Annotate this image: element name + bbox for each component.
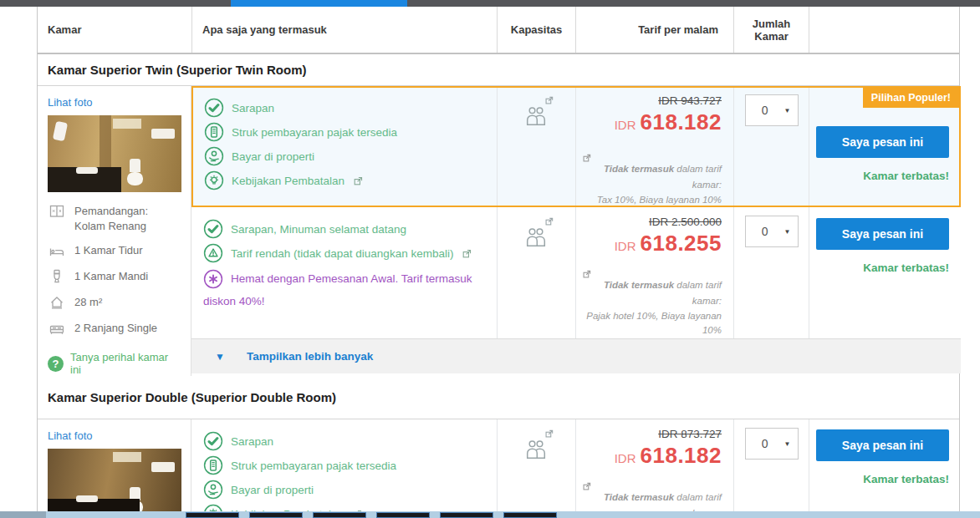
photo-shape [76,167,98,174]
two-guests-icon [523,105,549,126]
room-photo-thumbnail[interactable] [48,449,181,514]
taskbar-button[interactable] [440,512,493,518]
section-superior-twin: Lihat foto Pemandanga [38,86,959,376]
price-note-rest: dalam tarif kamar: [674,280,722,306]
column-header-actions [809,7,961,53]
amenity-label: Struk pembayaran pajak tersedia [232,126,397,139]
check-icon [203,219,223,239]
external-link-icon[interactable] [583,270,722,278]
room-info-cell: Lihat foto Pemandanga [38,86,191,376]
warning-icon [203,243,223,263]
amenity-label: Sarapan [231,435,273,448]
taskbar-button[interactable] [376,512,430,518]
view-photo-link[interactable]: Lihat foto [48,429,181,442]
amenities-cell: Sarapan Struk pembayaran pajak tersedia [191,86,497,207]
room-size-icon [48,293,66,312]
offer-row: Sarapan Struk pembayaran pajak tersedia [191,419,959,514]
price-value: 618.182 [641,443,722,468]
question-icon: ? [48,356,64,372]
room-photo-thumbnail[interactable] [48,115,181,192]
column-header-included: Apa saja yang termasuk [191,7,497,53]
scarcity-label: Kamar terbatas! [816,473,949,485]
quantity-select[interactable]: 0 ▼ [745,94,799,126]
external-link-icon[interactable] [583,482,722,490]
bathroom-icon [48,267,66,286]
receipt-icon [203,455,223,475]
external-link-icon [545,96,554,104]
ask-about-room-label: Tanya perihal kamar ini [70,351,181,376]
currency-label: IDR [615,118,636,132]
taskbar-button[interactable] [503,512,557,518]
amenity-cancellation-policy[interactable]: Kebijakan Pembatalan [204,170,487,190]
photo-shape [127,172,143,185]
room-detail-beds: 2 Ranjang Single [48,319,181,338]
capacity-cell[interactable] [497,419,575,514]
amenity-label: Sarapan [232,102,274,114]
amenity-early-bird: Hemat dengan Pemesanan Awal. Tarif terma… [203,267,487,312]
amenity-label: Sarapan, Minuman selamat datang [231,223,406,236]
amenity-nonrefundable[interactable]: Tarif rendah (tidak dapat diuangkan kemb… [203,243,487,263]
amenity-breakfast-drink: Sarapan, Minuman selamat datang [203,219,487,239]
capacity-icon [523,219,550,247]
section-title-superior-twin: Kamar Superior Twin (Superior Twin Room) [38,54,959,86]
column-header-kamar: Kamar [38,7,191,53]
discounted-price: IDR618.255 [583,231,722,256]
amenity-label: Tarif rendah (tidak dapat diuangkan kemb… [231,247,453,260]
taskbar-corner [0,511,46,518]
amenity-breakfast: Sarapan [204,98,487,118]
capacity-cell[interactable] [497,86,575,207]
action-cell: Saya pesan ini Kamar terbatas! [809,419,959,514]
room-detail-view: Pemandangan: Kolam Renang [48,202,181,234]
pay-at-property-icon [204,146,224,166]
amenity-pay-at-property: Bayar di properti [203,480,487,500]
taskbar-button[interactable] [313,512,366,518]
taskbar-button[interactable] [186,512,239,518]
price-note-bold: Tidak termasuk [604,164,674,174]
chevron-down-icon: ▼ [784,228,791,236]
book-button[interactable]: Saya pesan ini [816,218,949,250]
quantity-cell: 0 ▼ [733,419,809,514]
quantity-select[interactable]: 0 ▼ [745,216,799,247]
capacity-cell[interactable] [497,207,575,338]
taskbar-button[interactable] [249,512,303,518]
external-link-icon [545,429,554,438]
external-link-icon [354,176,363,185]
booking-page: Kamar Apa saja yang termasuk Kapasitas T… [0,0,980,518]
room-detail-size: 28 m² [48,293,181,312]
price-cell: IDR 873.727 IDR618.182 Tidak termasuk da… [575,419,733,514]
capacity-icon [523,431,550,460]
taskbar-edge [0,511,980,518]
view-photo-link[interactable]: Lihat foto [48,96,181,109]
book-button[interactable]: Saya pesan ini [816,126,949,158]
offers-pane: Pilihan Populer! Sarapan St [191,86,961,376]
discounted-price: IDR618.182 [583,109,722,135]
photo-shape [76,495,98,502]
two-guests-icon [523,439,549,460]
external-link-icon[interactable] [583,154,722,162]
column-header-quantity: Jumlah Kamar [733,7,809,53]
price-note-rest: dalam tarif kamar: [674,164,722,190]
quantity-cell: 0 ▼ [733,207,809,338]
amenity-tax-receipt: Struk pembayaran pajak tersedia [204,122,487,142]
amenity-breakfast: Sarapan [203,431,487,451]
room-detail-text: 1 Kamar Tidur [74,241,143,258]
offer-row-popular: Pilihan Populer! Sarapan St [191,86,961,207]
quantity-select[interactable]: 0 ▼ [745,428,799,460]
quantity-value: 0 [746,437,784,450]
show-more-row[interactable]: ▼ Tampilkan lebih banyak [191,338,961,373]
window-view-icon [48,202,66,221]
offers-pane: Sarapan Struk pembayaran pajak tersedia [191,419,959,514]
room-detail-text: Pemandangan: Kolam Renang [74,202,173,234]
bed-icon [48,241,66,260]
price-note-bold: Tidak termasuk [604,492,674,502]
book-button[interactable]: Saya pesan ini [816,429,949,461]
column-header-capacity: Kapasitas [497,7,575,53]
room-detail-text: 2 Ranjang Single [74,319,157,336]
chevron-down-icon: ▼ [784,107,791,114]
currency-label: IDR [615,239,636,253]
section-title-superior-double: Kamar Superior Double (Superior Double R… [38,376,959,419]
price-value: 618.182 [641,109,722,135]
room-detail-list: Pemandangan: Kolam Renang 1 Kamar Tidur … [48,202,181,338]
ask-about-room-link[interactable]: ? Tanya perihal kamar ini [48,351,181,376]
price-cell: IDR 943.727 IDR618.182 Tidak termasuk da… [575,86,733,207]
